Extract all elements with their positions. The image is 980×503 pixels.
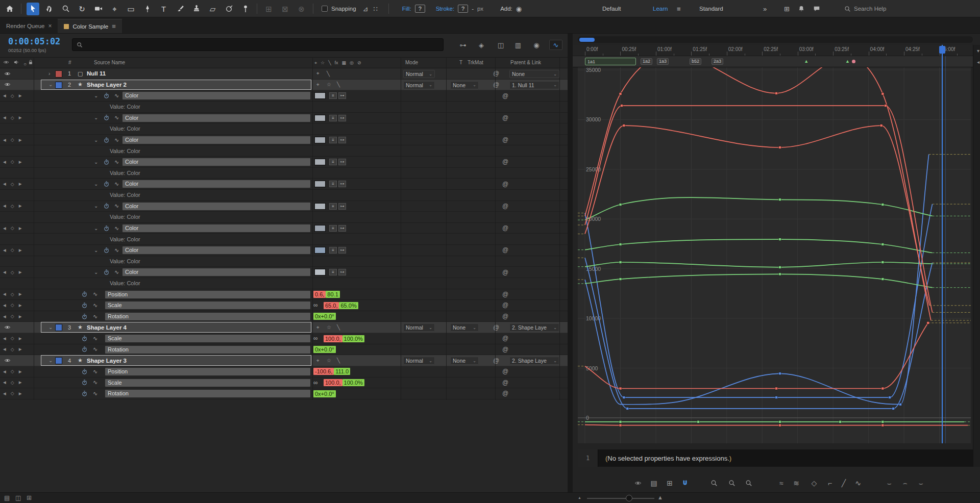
easy-ease-icon[interactable]: ⌣ bbox=[883, 477, 895, 489]
tab-render-queue[interactable]: Render Queue × bbox=[0, 19, 58, 33]
keyframe-diamond-icon[interactable]: ◇ bbox=[11, 292, 14, 297]
prev-keyframe-icon[interactable]: ◀ bbox=[3, 380, 6, 385]
stopwatch-icon[interactable] bbox=[103, 223, 110, 234]
prev-keyframe-icon[interactable]: ◀ bbox=[3, 347, 6, 351]
layer-color-chip[interactable] bbox=[55, 82, 62, 89]
comp-marker[interactable]: b52 bbox=[690, 58, 701, 65]
twirl-icon[interactable]: ⌄ bbox=[94, 90, 98, 101]
eye-icon[interactable] bbox=[4, 80, 11, 90]
layer-row[interactable]: ⌄4★Shape Layer 3⌖☆╲Normal⌄None⌄@2. Shape… bbox=[0, 355, 568, 366]
next-keyframe-icon[interactable]: ▶ bbox=[19, 369, 22, 374]
keyframe-diamond-icon[interactable]: ◇ bbox=[11, 204, 14, 209]
keyframe-diamond-icon[interactable]: ◇ bbox=[11, 347, 14, 352]
choose-graph-properties-icon[interactable] bbox=[632, 477, 644, 489]
parent-pickwhip-icon[interactable]: @ bbox=[493, 355, 499, 366]
stopwatch-icon[interactable] bbox=[103, 245, 110, 256]
stopwatch-icon[interactable] bbox=[81, 344, 88, 355]
lock-icon[interactable] bbox=[28, 59, 34, 65]
next-keyframe-icon[interactable]: ▶ bbox=[19, 248, 22, 253]
keyframe-navigator[interactable]: ◀◇▶ bbox=[3, 311, 32, 322]
property-value[interactable]: 100.0,100.0% bbox=[324, 335, 364, 342]
axis-world-icon[interactable]: ⊠ bbox=[279, 3, 291, 15]
eye-icon[interactable] bbox=[4, 322, 11, 333]
keyframe-diamond-icon[interactable]: ◇ bbox=[11, 380, 14, 385]
keyframe-marker-icon[interactable]: ▲ bbox=[804, 59, 808, 64]
expression-enable-icon[interactable]: ≡ bbox=[329, 92, 337, 99]
value-chip[interactable]: 0x+0.0° bbox=[313, 390, 336, 397]
stopwatch-icon[interactable] bbox=[81, 311, 88, 322]
zoom-slider-knob[interactable] bbox=[626, 495, 632, 501]
expression-enable-icon[interactable]: ≡ bbox=[329, 159, 337, 165]
layer-color-chip[interactable] bbox=[55, 324, 62, 331]
add-shape-icon[interactable]: ◉ bbox=[516, 5, 522, 13]
property-value[interactable]: 0.6,80.1 bbox=[313, 291, 340, 298]
graph-toggle-icon[interactable]: ∿ bbox=[114, 157, 119, 167]
graph-toggle-icon[interactable]: ∿ bbox=[114, 90, 119, 101]
mini-flowchart-icon[interactable]: ⊶ bbox=[456, 40, 470, 50]
prop-row[interactable]: ◀◇▶∿Rotation0x+0.0°@ bbox=[0, 344, 568, 356]
hide-shy-icon[interactable]: ◫ bbox=[494, 40, 507, 50]
keyframe-navigator[interactable]: ◀◇▶ bbox=[3, 300, 32, 311]
layer-row[interactable]: ⌄2★Shape Layer 2⌖☆╲Normal⌄None⌄@1. Null … bbox=[0, 80, 568, 91]
next-keyframe-icon[interactable]: ▶ bbox=[19, 314, 22, 319]
keyframe-diamond-icon[interactable]: ◇ bbox=[11, 93, 14, 98]
home-tool[interactable] bbox=[3, 3, 16, 15]
property-pickwhip-icon[interactable]: @ bbox=[502, 135, 508, 145]
prev-keyframe-icon[interactable]: ◀ bbox=[3, 115, 6, 120]
twirl-icon[interactable]: ⌄ bbox=[94, 201, 98, 212]
auto-zoom-icon[interactable] bbox=[708, 477, 720, 489]
value-chip[interactable]: -100.6, bbox=[313, 368, 334, 375]
next-keyframe-icon[interactable]: ▶ bbox=[19, 380, 22, 385]
stopwatch-icon[interactable] bbox=[103, 179, 110, 189]
keyframe-diamond-icon[interactable]: ◇ bbox=[11, 314, 14, 319]
pan-behind-tool[interactable]: ⌖ bbox=[108, 3, 121, 15]
twirl-icon[interactable]: ⌄ bbox=[48, 80, 53, 90]
keyframe-navigator[interactable]: ◀◇▶ bbox=[3, 267, 32, 278]
property-name[interactable]: Position bbox=[105, 368, 310, 375]
keyframe-diamond-icon[interactable]: ◇ bbox=[11, 115, 14, 120]
parent-dropdown[interactable]: 2. Shape Laye⌄ bbox=[509, 323, 559, 332]
expand-layer-pane-icon[interactable]: ▤ bbox=[4, 494, 10, 501]
time-ruler[interactable]: 0:00f00:25f01:00f01:25f02:00f02:25f03:00… bbox=[573, 45, 979, 56]
prev-keyframe-icon[interactable]: ◀ bbox=[3, 160, 6, 164]
expression-enable-icon[interactable]: ≡ bbox=[329, 269, 337, 275]
graph-toggle-icon[interactable]: ∿ bbox=[93, 311, 97, 322]
linear-keyframe-icon[interactable]: ╱ bbox=[838, 477, 850, 489]
zoom-in-icon[interactable]: ▲ bbox=[657, 494, 663, 500]
property-pickwhip-icon[interactable]: @ bbox=[502, 333, 508, 344]
expand-transfer-pane-icon[interactable]: ◫ bbox=[15, 494, 21, 501]
color-swatch[interactable] bbox=[314, 159, 326, 165]
property-name[interactable]: Color bbox=[122, 158, 310, 166]
color-row[interactable]: ◀◇▶⌄∿Color≡⊶@ bbox=[0, 223, 568, 234]
stopwatch-icon[interactable] bbox=[81, 289, 88, 300]
property-name[interactable]: Color bbox=[122, 92, 310, 99]
prev-keyframe-icon[interactable]: ◀ bbox=[3, 182, 6, 186]
close-icon[interactable]: × bbox=[48, 22, 52, 30]
color-row[interactable]: ◀◇▶⌄∿Color≡⊶@ bbox=[0, 201, 568, 212]
color-row[interactable]: ◀◇▶⌄∿Color≡⊶@ bbox=[0, 179, 568, 190]
property-name[interactable]: Rotation bbox=[105, 313, 310, 320]
snapping-checkbox[interactable] bbox=[322, 6, 328, 12]
layer-row[interactable]: ›1▢Null 11⌖╲Normal⌄@None⌄ bbox=[0, 68, 568, 80]
graph-toggle-icon[interactable]: ∿ bbox=[114, 267, 119, 278]
property-pickwhip-icon[interactable]: @ bbox=[502, 201, 508, 212]
keyframe-diamond-icon[interactable]: ◇ bbox=[11, 391, 14, 396]
prev-keyframe-icon[interactable]: ◀ bbox=[3, 248, 6, 253]
stopwatch-icon[interactable] bbox=[103, 267, 110, 278]
navigator-pill[interactable] bbox=[579, 38, 595, 42]
next-keyframe-icon[interactable]: ▶ bbox=[19, 270, 22, 274]
camera-tool[interactable] bbox=[92, 3, 105, 15]
hold-keyframe-icon[interactable]: ⌐ bbox=[824, 477, 836, 489]
column-source-name[interactable]: Source Name bbox=[94, 60, 125, 65]
value-chip[interactable]: 111.0 bbox=[334, 368, 350, 375]
marker-menu-icon[interactable]: ▾ bbox=[977, 48, 979, 54]
comp-marker[interactable]: 1a3 bbox=[657, 58, 669, 65]
graph-plot[interactable]: 35000300002500020000150001000050000 bbox=[578, 67, 971, 443]
value-chip[interactable]: 80.1 bbox=[326, 291, 339, 298]
property-name[interactable]: Rotation bbox=[105, 346, 310, 354]
bezier-keyframe-icon[interactable]: ∿ bbox=[852, 477, 864, 489]
parent-dropdown[interactable]: None⌄ bbox=[509, 70, 559, 78]
color-swatch[interactable] bbox=[314, 269, 326, 275]
color-swatch[interactable] bbox=[314, 203, 326, 210]
prev-keyframe-icon[interactable]: ◀ bbox=[3, 204, 6, 208]
